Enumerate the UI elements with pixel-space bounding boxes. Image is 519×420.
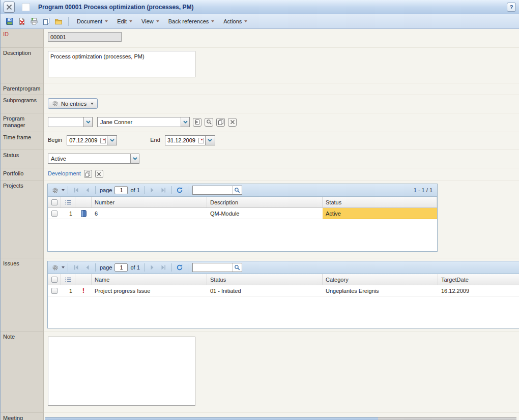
chevron-down-icon [62, 189, 65, 191]
program-window: Program 00001 Process optimization (proc… [0, 0, 519, 420]
page-input[interactable] [114, 263, 128, 272]
menu-document[interactable]: Document [72, 17, 112, 26]
folder-button[interactable] [52, 16, 65, 27]
chevron-down-icon [130, 154, 139, 163]
cell-category: Ungeplantes Ereignis [323, 285, 438, 296]
first-page-button[interactable] [71, 186, 81, 195]
search-person-button[interactable] [205, 118, 213, 127]
portfolio-link[interactable]: Development [48, 170, 81, 176]
toolbar-separator [188, 263, 188, 272]
begin-date-dropdown-button[interactable] [107, 135, 117, 145]
refresh-button[interactable] [175, 186, 185, 195]
description-field[interactable]: Process optimization (processes, PM) [48, 51, 195, 77]
column-header-category[interactable]: Category [323, 274, 438, 285]
subprograms-label: Subprograms [1, 95, 44, 113]
row-index: 1 [61, 285, 75, 296]
issues-table-row[interactable]: 1 ! Project progress Issue 01 - Initiate… [48, 285, 519, 296]
menu-actions[interactable]: Actions [219, 17, 252, 26]
row-description: Description Process optimization (proces… [1, 48, 519, 83]
clear-person-button[interactable] [228, 118, 237, 127]
grid-settings-button[interactable] [50, 186, 60, 195]
first-page-button[interactable] [71, 263, 81, 273]
print-button[interactable] [28, 16, 40, 27]
column-header-number[interactable]: Number [92, 197, 207, 207]
status-select[interactable]: Active [48, 154, 139, 164]
refresh-button[interactable] [175, 263, 185, 273]
projects-grid-toolbar: page of 1 [48, 184, 437, 197]
paste-portfolio-button[interactable] [84, 170, 92, 178]
search-icon [206, 119, 212, 125]
select-all-checkbox[interactable] [51, 199, 57, 205]
chevron-down-icon [62, 266, 65, 268]
gear-icon [52, 264, 59, 271]
manager-person-select[interactable]: Jane Conner [97, 117, 190, 127]
id-field[interactable] [48, 32, 122, 42]
copy-button[interactable] [40, 16, 52, 27]
module-book-icon [81, 210, 86, 217]
prev-page-button[interactable] [82, 263, 92, 273]
refresh-icon [176, 264, 183, 271]
goto-document-button[interactable] [193, 118, 201, 127]
projects-grid: page of 1 [47, 184, 438, 252]
grid-search-input[interactable] [193, 263, 233, 272]
row-status: Status Active [1, 150, 519, 168]
column-header-status[interactable]: Status [323, 197, 437, 207]
issues-label: Issues [1, 258, 44, 332]
note-field[interactable] [48, 337, 195, 406]
time-frame-label: Time frame [1, 132, 44, 150]
close-icon [97, 172, 101, 176]
chevron-down-icon [105, 20, 108, 22]
chevron-down-icon [244, 20, 247, 22]
next-page-button[interactable] [148, 186, 157, 195]
id-label: ID [1, 29, 44, 48]
grid-search-input[interactable] [193, 186, 233, 194]
row-checkbox[interactable] [51, 211, 57, 217]
column-header-status[interactable]: Status [207, 274, 323, 285]
subprograms-button[interactable]: No entries [48, 98, 98, 109]
begin-date-input[interactable] [67, 136, 99, 144]
search-icon[interactable] [233, 186, 242, 194]
menu-view[interactable]: View [137, 17, 164, 26]
calendar-icon[interactable] [100, 138, 106, 143]
row-portfolio: Portfolio Development [1, 168, 519, 181]
clipboard-icon [218, 119, 224, 125]
column-header-description[interactable]: Description [207, 197, 323, 207]
menu-back-references[interactable]: Back references [164, 17, 219, 26]
close-button[interactable] [4, 2, 15, 13]
page-label: page [99, 187, 113, 193]
parentprogram-label: Parentprogram [1, 83, 44, 95]
manager-role-select[interactable] [48, 117, 93, 127]
menu-edit[interactable]: Edit [112, 17, 137, 26]
grid-settings-button[interactable] [50, 263, 60, 273]
save-button[interactable] [4, 16, 16, 27]
scrollbar-partial[interactable] [378, 417, 516, 420]
column-header-name[interactable]: Name [92, 274, 207, 285]
toolbar-separator [144, 186, 145, 194]
next-page-button[interactable] [148, 263, 157, 273]
select-all-checkbox[interactable] [51, 277, 57, 283]
row-checkbox[interactable] [51, 288, 57, 294]
last-page-button[interactable] [159, 263, 168, 273]
delete-document-button[interactable] [16, 16, 28, 27]
search-icon[interactable] [233, 263, 242, 272]
help-button[interactable]: ? [507, 3, 516, 12]
save-icon [6, 17, 14, 25]
paste-person-button[interactable] [216, 118, 225, 127]
end-date-dropdown-button[interactable] [206, 135, 215, 145]
close-icon [230, 119, 235, 125]
menu-document-label: Document [77, 18, 102, 24]
row-time-frame: Time frame Begin End [1, 132, 519, 150]
menu-actions-label: Actions [223, 18, 242, 24]
calendar-icon[interactable] [198, 138, 204, 143]
column-header-targetdate[interactable]: TargetDate [438, 274, 519, 285]
row-meeting: Meeting [1, 413, 519, 420]
projects-table-row[interactable]: 1 6 QM-Module Active [48, 208, 437, 219]
end-date-input[interactable] [165, 136, 197, 144]
issues-grid-header: Name Status Category TargetDate [48, 274, 519, 285]
page-input[interactable] [114, 186, 128, 194]
prev-page-button[interactable] [82, 186, 92, 195]
chevron-down-icon [156, 20, 159, 22]
last-page-button[interactable] [159, 186, 168, 195]
clear-portfolio-button[interactable] [95, 170, 103, 178]
record-count: 1 - 1 / 1 [414, 187, 435, 193]
